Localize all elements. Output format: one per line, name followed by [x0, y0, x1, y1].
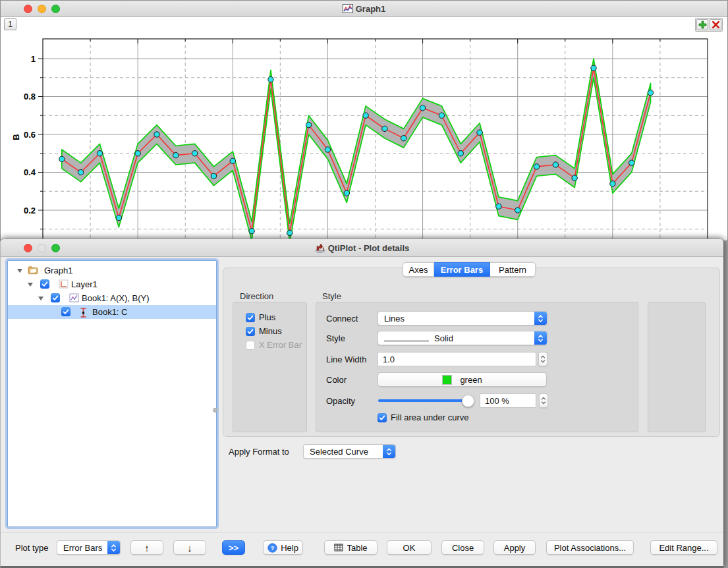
- graph-window: 0.20.40.60.81B Graph1 1: [0, 0, 728, 241]
- solid-line-sample-icon: [384, 341, 429, 341]
- opacity-label: Opacity: [326, 396, 355, 406]
- disclosure-triangle-icon[interactable]: [28, 283, 33, 287]
- tree-item-label: Book1: C: [92, 305, 127, 319]
- disclosure-triangle-icon[interactable]: [17, 269, 22, 273]
- green-plus-icon: [698, 20, 707, 29]
- opacity-slider[interactable]: [378, 399, 470, 402]
- svg-text:0.6: 0.6: [24, 130, 36, 140]
- color-value: green: [460, 375, 482, 385]
- tree-item-layer1[interactable]: Layer1: [8, 277, 216, 291]
- color-swatch: [442, 375, 452, 385]
- table-icon: [334, 544, 343, 552]
- line-style-combobox[interactable]: Solid: [378, 331, 547, 345]
- minus-checkbox[interactable]: [246, 327, 255, 336]
- checkbox-label: Plus: [259, 312, 275, 322]
- dialog-content: Graph1Layer1Book1: A(X), B(Y)Book1: C Ax…: [1, 256, 723, 566]
- color-label: Color: [326, 375, 347, 385]
- chevron-up-down-icon: [534, 331, 547, 345]
- svg-text:B: B: [11, 134, 21, 140]
- plot-details-dialog: QtiPlot - Plot details Graph1Layer1Book1…: [0, 239, 723, 568]
- close-layer-button[interactable]: [710, 19, 721, 30]
- graph-window-icon: [343, 4, 353, 13]
- move-down-button[interactable]: ↓: [173, 540, 206, 555]
- table-button[interactable]: Table: [324, 540, 378, 555]
- svg-text:?: ?: [271, 544, 275, 551]
- connect-label: Connect: [326, 314, 358, 324]
- graph-titlebar: Graph1: [1, 1, 727, 17]
- plot-type-label: Plot type: [15, 543, 49, 553]
- tab-pattern[interactable]: Pattern: [490, 262, 536, 277]
- up-arrow-icon: ↑: [144, 542, 150, 554]
- dialog-titlebar: QtiPlot - Plot details: [1, 239, 723, 257]
- checkbox-label: X Error Bar: [259, 340, 302, 350]
- ok-button[interactable]: OK: [387, 540, 432, 555]
- chevron-up-down-icon: [107, 541, 120, 554]
- close-button[interactable]: Close: [441, 540, 484, 555]
- apply-format-combobox[interactable]: Selected Curve: [303, 444, 396, 459]
- graph-window-title: Graph1: [356, 4, 386, 14]
- minus-row: Minus: [246, 326, 282, 336]
- tree-item-label: Graph1: [44, 264, 72, 277]
- apply-format-value: Selected Curve: [304, 447, 383, 457]
- disclosure-triangle-icon[interactable]: [38, 297, 43, 300]
- apply-button[interactable]: Apply: [493, 540, 536, 555]
- direction-group-title: Direction: [240, 291, 273, 301]
- x-error-bar-checkbox: [246, 341, 255, 350]
- plot-icon: [69, 293, 80, 304]
- opacity-slider-handle[interactable]: [462, 395, 474, 407]
- line-style-value: Solid: [378, 333, 534, 343]
- chevron-up-down-icon: [534, 312, 547, 325]
- svg-text:0.8: 0.8: [24, 92, 36, 101]
- splitter-handle[interactable]: [213, 408, 217, 412]
- opacity-input[interactable]: 100 %: [480, 393, 536, 408]
- tree-item-graph1[interactable]: Graph1: [8, 264, 216, 277]
- tree-item-checkbox[interactable]: [40, 279, 49, 289]
- help-icon: ?: [267, 543, 277, 553]
- dialog-title-wrap: QtiPlot - Plot details: [1, 239, 723, 256]
- tree-item-label: Layer1: [71, 277, 98, 291]
- red-x-icon: [712, 20, 720, 29]
- plot-associations-button[interactable]: Plot Associations...: [546, 540, 634, 555]
- chart: 0.20.40.60.81B: [1, 1, 728, 241]
- plus-checkbox[interactable]: [246, 313, 255, 322]
- line-width-input[interactable]: 1.0: [378, 352, 536, 366]
- tree-item-checkbox[interactable]: [61, 307, 70, 316]
- qtiplot-icon: [315, 242, 325, 253]
- line-width-stepper[interactable]: [538, 352, 547, 366]
- move-up-button[interactable]: ↑: [130, 540, 163, 555]
- plot-type-value: Error Bars: [57, 543, 107, 553]
- x-error-bar-row: X Error Bar: [246, 340, 302, 350]
- plot-type-combobox[interactable]: Error Bars: [57, 540, 121, 555]
- tab-axes[interactable]: Axes: [403, 262, 434, 277]
- layer-icon: [59, 279, 69, 290]
- expand-button[interactable]: >>: [222, 540, 245, 555]
- folder-icon: [28, 266, 38, 276]
- plot-items-tree[interactable]: Graph1Layer1Book1: A(X), B(Y)Book1: C: [7, 260, 217, 527]
- opacity-stepper[interactable]: [539, 393, 548, 408]
- tree-item-book1-a-x-b-y-[interactable]: Book1: A(X), B(Y): [8, 291, 216, 305]
- fill-area-checkbox[interactable]: [378, 413, 387, 422]
- add-layer-button[interactable]: [696, 19, 708, 30]
- fill-area-row: Fill area under curve: [378, 412, 469, 422]
- line-width-label: Line Width: [326, 355, 366, 364]
- color-button[interactable]: green: [378, 372, 547, 387]
- tab-bar: AxesError BarsPattern: [403, 262, 536, 277]
- error-bar-icon: [80, 307, 90, 318]
- tree-item-label: Book1: A(X), B(Y): [82, 291, 150, 305]
- apply-format-label: Apply Format to: [229, 447, 289, 457]
- checkbox-label: Minus: [259, 326, 282, 336]
- plus-row: Plus: [246, 312, 275, 322]
- connect-combobox[interactable]: Lines: [378, 311, 547, 326]
- help-button[interactable]: ? Help: [263, 540, 303, 555]
- direction-group: PlusMinusX Error Bar: [233, 302, 307, 432]
- svg-text:0.4: 0.4: [24, 167, 36, 177]
- edit-range-button[interactable]: Edit Range...: [650, 540, 717, 555]
- tree-item-checkbox[interactable]: [51, 293, 60, 302]
- style-label: Style: [326, 333, 345, 343]
- page-tab-1[interactable]: 1: [4, 18, 16, 30]
- svg-text:1: 1: [31, 54, 36, 64]
- tree-item-book1-c[interactable]: Book1: C: [8, 305, 216, 319]
- bottom-separator: [1, 532, 723, 533]
- tab-error-bars[interactable]: Error Bars: [434, 262, 490, 277]
- fill-area-label: Fill area under curve: [391, 412, 469, 422]
